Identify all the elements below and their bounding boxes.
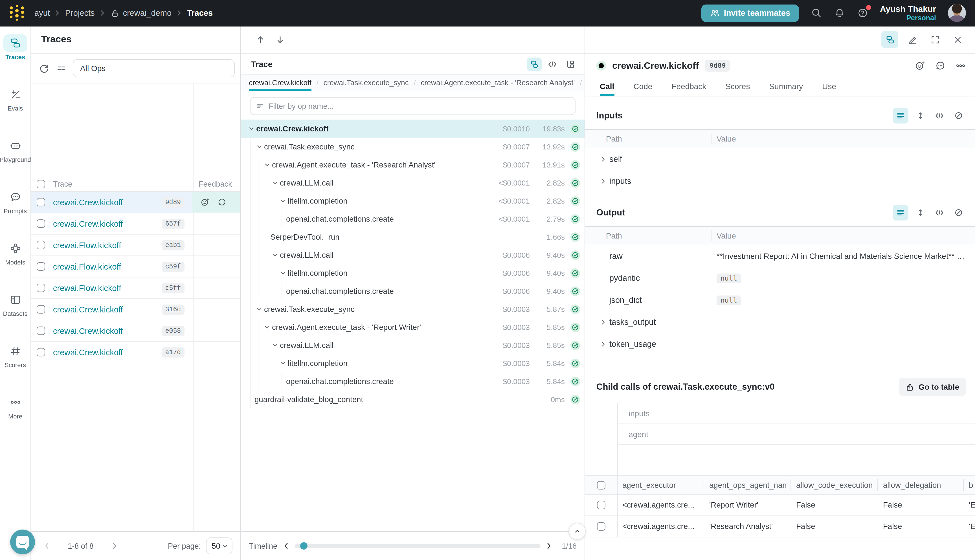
- timeline-next-icon[interactable]: [546, 542, 552, 550]
- hide-values-icon[interactable]: [951, 109, 966, 122]
- table-row[interactable]: crewai.Flow.kickoffc59f: [31, 256, 240, 277]
- go-to-table-button[interactable]: Go to table: [899, 378, 966, 396]
- call-tree-row[interactable]: openai.chat.completions.create<$0.00012.…: [241, 210, 584, 228]
- tab-scores[interactable]: Scores: [725, 78, 750, 96]
- row-checkbox[interactable]: [37, 219, 45, 228]
- notifications-bell-icon[interactable]: [834, 8, 845, 19]
- tab-code[interactable]: Code: [633, 78, 652, 96]
- code-view-icon[interactable]: [545, 57, 560, 71]
- trace-name-link[interactable]: crewai.Flow.kickoff: [53, 283, 121, 292]
- per-page-select[interactable]: 50: [206, 537, 232, 554]
- chevron-right-icon[interactable]: [597, 340, 609, 348]
- avatar[interactable]: [948, 4, 966, 22]
- next-call-arrow-icon[interactable]: [275, 35, 285, 45]
- kv-row[interactable]: self: [585, 148, 975, 170]
- breadcrumb-team[interactable]: ayut: [34, 9, 50, 18]
- sidebar-item-traces[interactable]: Traces: [0, 34, 31, 85]
- breadcrumb-projects[interactable]: Projects: [65, 9, 95, 18]
- chevron-down-icon[interactable]: [270, 342, 280, 349]
- table-row[interactable]: <crewai.agents.cre...'Research Analyst'F…: [585, 516, 975, 537]
- add-reaction-icon[interactable]: [200, 197, 210, 207]
- help-icon[interactable]: [857, 8, 868, 19]
- table-row[interactable]: <crewai.agents.cre...'Report Writer'Fals…: [585, 495, 975, 516]
- hide-values-icon[interactable]: [951, 206, 966, 219]
- prev-call-arrow-icon[interactable]: [255, 35, 265, 45]
- tab-call[interactable]: Call: [600, 78, 614, 96]
- row-checkbox[interactable]: [37, 305, 45, 313]
- next-page-icon[interactable]: [107, 542, 122, 550]
- select-all-checkbox[interactable]: [597, 481, 605, 489]
- table-row[interactable]: crewai.Crew.kickoffa17d: [31, 342, 240, 363]
- call-tree-row[interactable]: litellm.completion$0.00035.84s: [241, 354, 584, 372]
- prev-page-icon[interactable]: [39, 542, 55, 550]
- code-view-icon[interactable]: [932, 206, 947, 219]
- comment-icon[interactable]: [217, 197, 227, 207]
- chevron-down-icon[interactable]: [254, 143, 264, 150]
- timeline-slider[interactable]: [294, 544, 541, 548]
- trace-tab[interactable]: crewai.Crew.kickoff: [249, 75, 311, 91]
- tab-use[interactable]: Use: [822, 78, 836, 96]
- chevron-right-icon[interactable]: [597, 177, 609, 185]
- kv-row[interactable]: inputs: [585, 170, 975, 192]
- tree-view-icon[interactable]: [882, 31, 898, 48]
- overflow-menu-icon[interactable]: [955, 60, 966, 71]
- kv-row[interactable]: token_usage: [585, 333, 975, 355]
- row-checkbox[interactable]: [37, 348, 45, 357]
- trace-tab[interactable]: crewai.Agent.execute_task - 'Research An…: [421, 75, 575, 91]
- row-checkbox[interactable]: [37, 241, 45, 249]
- kv-row[interactable]: raw**Investment Report: AI in Chemical a…: [585, 245, 975, 267]
- wandb-logo[interactable]: [7, 4, 27, 22]
- sidebar-item-models[interactable]: Models: [0, 239, 31, 291]
- chevron-down-icon[interactable]: [278, 360, 288, 367]
- call-tree-row[interactable]: crewai.Agent.execute_task - 'Research An…: [241, 156, 584, 174]
- call-tree-row[interactable]: crewai.LLM.call<$0.00012.82s: [241, 174, 584, 192]
- chevron-down-icon[interactable]: [270, 179, 280, 187]
- trace-name-link[interactable]: crewai.Flow.kickoff: [53, 240, 121, 250]
- flame-graph-icon[interactable]: [563, 57, 578, 71]
- timeline-slider-thumb[interactable]: [300, 542, 307, 550]
- chevron-down-icon[interactable]: [247, 125, 256, 132]
- select-all-checkbox[interactable]: [37, 180, 45, 188]
- trace-name-link[interactable]: crewai.Crew.kickoff: [53, 305, 123, 314]
- chevron-down-icon[interactable]: [262, 323, 272, 331]
- call-tree-row[interactable]: openai.chat.completions.create$0.00035.8…: [241, 372, 584, 390]
- kv-row[interactable]: json_dictnull: [585, 289, 975, 311]
- add-reaction-icon[interactable]: [915, 60, 925, 71]
- trace-name-link[interactable]: crewai.Crew.kickoff: [53, 198, 123, 207]
- sidebar-item-evals[interactable]: Evals: [0, 85, 31, 137]
- table-row[interactable]: crewai.Crew.kickoff316c: [31, 299, 240, 320]
- sidebar-item-scorers[interactable]: Scorers: [0, 342, 31, 393]
- timeline-prev-icon[interactable]: [283, 542, 289, 550]
- call-tree-row[interactable]: guardrail-validate_blog_content0ms: [241, 390, 584, 408]
- chevron-down-icon[interactable]: [262, 161, 272, 168]
- chevron-down-icon[interactable]: [270, 251, 280, 258]
- chevron-down-icon[interactable]: [278, 197, 288, 205]
- sidebar-item-playground[interactable]: Playground: [0, 137, 31, 188]
- tab-feedback[interactable]: Feedback: [671, 78, 706, 96]
- trace-tab[interactable]: crewai.Task.execute_sync: [324, 75, 409, 91]
- row-checkbox[interactable]: [37, 198, 45, 207]
- kv-row[interactable]: tasks_output: [585, 311, 975, 333]
- manage-columns-icon[interactable]: [56, 63, 66, 73]
- call-tree-row[interactable]: litellm.completion$0.00069.40s: [241, 264, 584, 282]
- chevron-right-icon[interactable]: [597, 155, 609, 163]
- code-view-icon[interactable]: [932, 109, 947, 122]
- tab-summary[interactable]: Summary: [769, 78, 803, 96]
- call-tree-row[interactable]: crewai.Task.execute_sync$0.000713.92s: [241, 138, 584, 156]
- table-row[interactable]: crewai.Crew.kickoff657f: [31, 213, 240, 235]
- table-row[interactable]: crewai.Flow.kickoffeab1: [31, 235, 240, 256]
- call-id-badge[interactable]: 9d89: [705, 60, 730, 72]
- comment-icon[interactable]: [935, 60, 946, 71]
- list-view-icon[interactable]: [893, 205, 908, 220]
- sidebar-item-prompts[interactable]: Prompts: [0, 188, 31, 239]
- trace-name-link[interactable]: crewai.Crew.kickoff: [53, 348, 123, 357]
- sidebar-item-more[interactable]: More: [0, 393, 31, 445]
- table-row[interactable]: crewai.Flow.kickoffc5ff: [31, 277, 240, 299]
- call-tree-row[interactable]: crewai.Task.execute_sync$0.00035.87s: [241, 300, 584, 318]
- call-tree-row[interactable]: crewai.Crew.kickoff$0.001019.83s: [241, 120, 584, 138]
- expand-rows-icon[interactable]: [913, 109, 928, 122]
- collapse-panel-button[interactable]: [569, 523, 586, 540]
- row-checkbox[interactable]: [37, 262, 45, 271]
- edit-pencil-icon[interactable]: [904, 31, 921, 48]
- table-row[interactable]: crewai.Crew.kickoff9d89: [31, 192, 240, 213]
